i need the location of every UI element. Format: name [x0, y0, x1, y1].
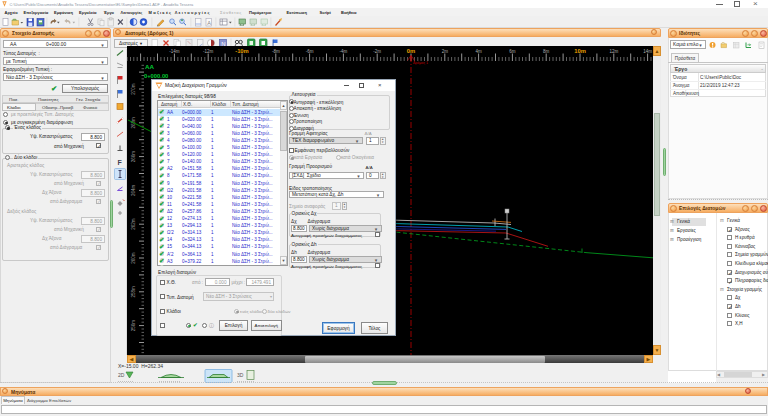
- svg-text:A: A: [207, 20, 211, 26]
- svg-text:10m: 10m: [574, 48, 586, 54]
- svg-text:2m: 2m: [442, 49, 449, 54]
- svg-text:260m: 260m: [131, 252, 136, 264]
- svg-text:0+000.00: 0+000.00: [144, 73, 168, 79]
- svg-text:-14m: -14m: [169, 49, 180, 54]
- svg-text:4m: 4m: [475, 49, 482, 54]
- svg-text:-10m: -10m: [235, 48, 249, 54]
- svg-text:6m: 6m: [509, 49, 516, 54]
- svg-text:-4m: -4m: [340, 49, 348, 54]
- svg-text:AA: AA: [145, 63, 154, 70]
- svg-text:256m: 256m: [131, 320, 136, 332]
- svg-text:3D: 3D: [237, 372, 244, 378]
- svg-text:264m: 264m: [131, 185, 136, 197]
- svg-text:F: F: [118, 159, 123, 166]
- svg-text:-12m: -12m: [203, 49, 214, 54]
- svg-text:270m: 270m: [131, 83, 136, 95]
- svg-text:-2m: -2m: [373, 49, 381, 54]
- svg-text:-8m: -8m: [272, 49, 280, 54]
- svg-text:266m: 266m: [131, 151, 136, 163]
- svg-text:2D: 2D: [118, 372, 125, 378]
- svg-text:8m: 8m: [543, 49, 550, 54]
- svg-text:0m: 0m: [407, 48, 415, 54]
- svg-text:262m: 262m: [131, 218, 136, 230]
- svg-text:258m: 258m: [131, 286, 136, 298]
- svg-text:-6m: -6m: [306, 49, 314, 54]
- svg-text:14m: 14m: [643, 49, 652, 54]
- svg-text:Δρόμος 1: Δρόμος 1: [413, 61, 428, 65]
- svg-text:12m: 12m: [609, 49, 618, 54]
